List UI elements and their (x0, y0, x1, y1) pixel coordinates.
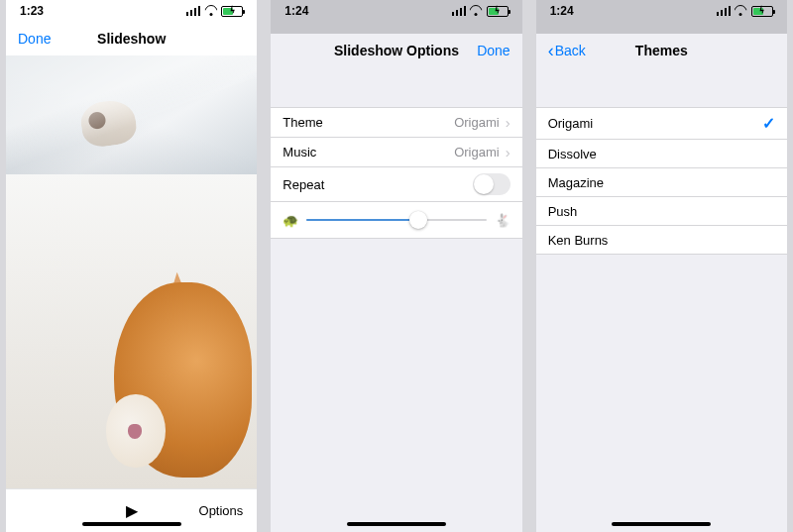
home-indicator[interactable] (347, 522, 446, 526)
cellular-icon (717, 6, 731, 16)
status-time: 1:24 (550, 4, 574, 18)
repeat-row: Repeat (271, 167, 521, 202)
nav-bar: ‹ Back Themes (536, 34, 787, 67)
theme-option[interactable]: Dissolve (536, 140, 787, 168)
checkmark-icon: ✓ (762, 114, 775, 133)
home-indicator[interactable] (82, 522, 181, 526)
theme-option[interactable]: Magazine (536, 168, 787, 197)
slide-main-image (6, 174, 257, 488)
home-indicator[interactable] (612, 522, 711, 526)
turtle-icon: 🐢 (283, 213, 298, 228)
theme-label: Theme (283, 115, 322, 130)
theme-row[interactable]: Theme Origami › (271, 107, 521, 138)
theme-option-label: Push (548, 204, 578, 219)
music-value: Origami › (454, 144, 510, 160)
wifi-icon (204, 6, 217, 16)
themes-list: Origami✓DissolveMagazinePushKen Burns (536, 107, 787, 255)
status-right: ϟ (717, 6, 773, 17)
done-button[interactable]: Done (18, 31, 51, 47)
cellular-icon (186, 6, 200, 16)
theme-option[interactable]: Push (536, 197, 787, 226)
nav-title: Themes (635, 43, 688, 58)
status-bar: 1:23 ϟ (6, 0, 257, 22)
done-button[interactable]: Done (477, 43, 510, 58)
status-bar: 1:24 ϟ (271, 0, 521, 22)
nav-title: Slideshow Options (334, 43, 459, 58)
battery-icon: ϟ (221, 6, 243, 17)
screen-themes: 1:24 ϟ ‹ Back Themes Origami✓DissolveMag… (536, 0, 787, 532)
chevron-right-icon: › (506, 114, 510, 131)
options-button[interactable]: Options (199, 503, 244, 518)
back-button[interactable]: ‹ Back (548, 42, 586, 59)
status-time: 1:24 (284, 4, 308, 18)
nav-title: Slideshow (97, 31, 166, 47)
theme-option[interactable]: Origami✓ (536, 107, 787, 140)
theme-option-label: Dissolve (548, 147, 597, 161)
music-label: Music (283, 145, 316, 160)
status-right: ϟ (186, 6, 243, 17)
nav-bar: Slideshow Options Done (271, 34, 521, 67)
theme-option-label: Ken Burns (548, 233, 609, 248)
wifi-icon (735, 6, 747, 16)
theme-value: Origami › (454, 114, 510, 131)
theme-option[interactable]: Ken Burns (536, 226, 787, 255)
theme-option-label: Magazine (548, 175, 604, 190)
theme-option-label: Origami (548, 116, 594, 131)
chevron-right-icon: › (506, 144, 510, 160)
wifi-icon (470, 6, 483, 16)
status-right: ϟ (452, 6, 509, 17)
slideshow-content[interactable] (6, 55, 257, 488)
slide-thumbnail-top (6, 55, 257, 174)
chevron-left-icon: ‹ (548, 42, 554, 59)
screen-options: 1:24 ϟ Slideshow Options Done Theme Orig… (271, 0, 521, 532)
repeat-label: Repeat (283, 177, 324, 192)
battery-icon: ϟ (751, 6, 773, 17)
speed-slider[interactable] (306, 210, 486, 230)
cellular-icon (452, 6, 466, 16)
battery-icon: ϟ (487, 6, 509, 17)
status-time: 1:23 (20, 4, 44, 18)
screen-slideshow: 1:23 ϟ Done Slideshow ▶ Options (6, 0, 257, 532)
nav-bar: Done Slideshow (6, 22, 257, 55)
play-button[interactable]: ▶ (126, 501, 138, 520)
speed-slider-row: 🐢 🐇 (271, 202, 521, 239)
rabbit-icon: 🐇 (495, 213, 510, 228)
status-bar: 1:24 ϟ (536, 0, 787, 22)
music-row[interactable]: Music Origami › (271, 138, 521, 167)
repeat-toggle[interactable] (473, 173, 510, 195)
